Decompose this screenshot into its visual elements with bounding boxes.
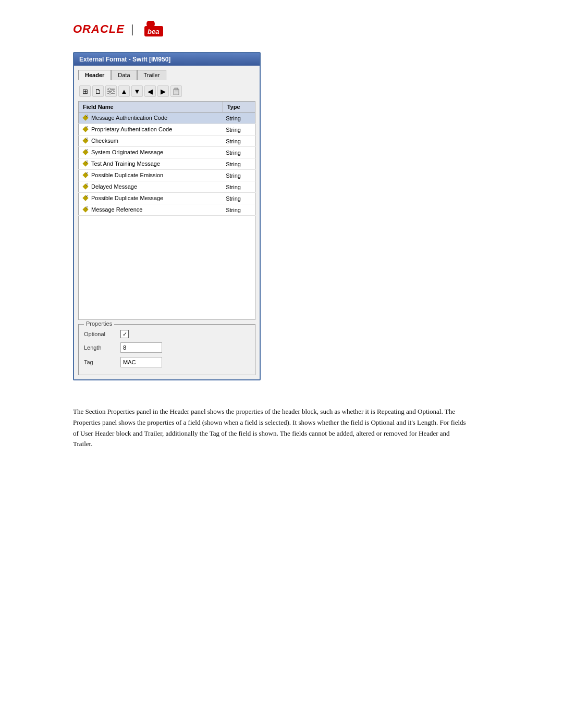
description-text: The Section Properties panel in the Head… <box>73 406 469 450</box>
col-field-name: Field Name <box>79 102 223 113</box>
table-header-row: Field Name Type <box>79 102 255 113</box>
svg-text:2: 2 <box>85 206 88 209</box>
field-type-cell: String <box>223 193 255 204</box>
oracle-logo: ORACLE <box>73 22 125 36</box>
table-row[interactable]: 2 Proprietary Authentication Code String <box>79 124 255 135</box>
field-name-cell: 2 Proprietary Authentication Code <box>79 124 223 135</box>
bea-logo-svg: bea <box>140 21 166 38</box>
logo-area: ORACLE | bea <box>73 21 532 38</box>
table-row[interactable]: 2 Test And Training Message String <box>79 158 255 170</box>
svg-rect-13 <box>175 93 177 93</box>
optional-label: Optional <box>84 331 120 337</box>
tab-bar: Header Data Trailer <box>78 70 255 80</box>
window-title-bar: External Format - Swift [IM950] <box>74 53 260 66</box>
tag-row: Tag <box>84 357 250 367</box>
field-name-cell: 2 Possible Duplicate Emission <box>79 170 223 181</box>
field-diamond-icon: 2 <box>82 160 89 167</box>
field-type-cell: String <box>223 181 255 193</box>
new-doc-button[interactable]: 🗋 <box>92 85 104 97</box>
field-diamond-icon: 2 <box>82 183 89 190</box>
svg-text:2: 2 <box>85 160 88 163</box>
svg-text:2: 2 <box>85 183 88 186</box>
tab-trailer[interactable]: Trailer <box>137 70 167 80</box>
svg-point-8 <box>109 92 111 94</box>
settings-icon <box>107 88 115 95</box>
tab-header[interactable]: Header <box>78 70 111 80</box>
length-row: Length <box>84 342 250 353</box>
clipboard-button[interactable] <box>170 85 182 97</box>
field-name-cell: 2 Message Authentication Code <box>79 113 223 124</box>
table-row[interactable]: 2 Delayed Message String <box>79 181 255 193</box>
field-name-cell: 2 Test And Training Message <box>79 158 223 170</box>
svg-text:2: 2 <box>85 126 88 129</box>
field-diamond-icon: 2 <box>82 194 89 202</box>
table-row[interactable]: 2 Possible Duplicate Emission String <box>79 170 255 181</box>
field-name-cell: 2 Checksum <box>79 135 223 147</box>
description-paragraph: The Section Properties panel in the Head… <box>73 406 469 450</box>
tab-data[interactable]: Data <box>111 70 137 80</box>
up-button[interactable]: ▲ <box>118 85 130 97</box>
field-type-cell: String <box>223 135 255 147</box>
table-row[interactable]: 2 Possible Duplicate Message String <box>79 193 255 204</box>
length-label: Length <box>84 344 120 351</box>
field-type-cell: String <box>223 170 255 181</box>
field-name-cell: 2 Possible Duplicate Message <box>79 193 223 204</box>
properties-panel: Properties Optional ✓ Length Tag <box>78 324 255 375</box>
field-diamond-icon: 2 <box>82 171 89 179</box>
field-diamond-icon: 2 <box>82 206 89 213</box>
field-type-cell: String <box>223 158 255 170</box>
field-table: Field Name Type 2 Message Authentication… <box>78 101 255 216</box>
main-window: External Format - Swift [IM950] Header D… <box>73 52 261 380</box>
table-row[interactable]: 2 Checksum String <box>79 135 255 147</box>
svg-text:2: 2 <box>85 114 88 117</box>
tag-label: Tag <box>84 359 120 365</box>
svg-text:2: 2 <box>85 149 88 152</box>
col-type: Type <box>223 102 255 113</box>
left-button[interactable]: ◀ <box>144 85 156 97</box>
field-diamond-icon: 2 <box>82 126 89 133</box>
svg-text:2: 2 <box>85 194 88 198</box>
field-type-cell: String <box>223 204 255 216</box>
table-row[interactable]: 2 Message Reference String <box>79 204 255 216</box>
table-empty-area <box>78 216 255 320</box>
field-diamond-icon: 2 <box>82 149 89 156</box>
field-type-cell: String <box>223 147 255 158</box>
table-row[interactable]: 2 System Originated Message String <box>79 147 255 158</box>
clipboard-icon <box>173 88 180 95</box>
tag-input[interactable] <box>120 357 162 367</box>
logo-divider: | <box>131 22 134 36</box>
window-title: External Format - Swift [IM950] <box>79 56 170 63</box>
field-type-cell: String <box>223 113 255 124</box>
length-input[interactable] <box>120 342 162 353</box>
field-diamond-icon: 2 <box>82 137 89 144</box>
svg-point-7 <box>112 90 114 92</box>
down-button[interactable]: ▼ <box>131 85 143 97</box>
field-name-cell: 2 Message Reference <box>79 204 223 216</box>
field-name-cell: 2 System Originated Message <box>79 147 223 158</box>
svg-rect-11 <box>175 91 178 91</box>
bea-logo: bea <box>140 21 166 38</box>
right-button[interactable]: ▶ <box>157 85 169 97</box>
svg-point-6 <box>108 88 111 90</box>
optional-checkbox[interactable]: ✓ <box>120 330 129 338</box>
toolbar: ⊞ 🗋 ▲ ▼ ◀ ▶ <box>78 83 255 99</box>
window-content: Header Data Trailer ⊞ 🗋 ▲ ▼ ◀ ▶ <box>74 66 260 379</box>
svg-text:bea: bea <box>148 28 159 35</box>
svg-rect-10 <box>175 88 178 90</box>
svg-text:2: 2 <box>85 137 88 140</box>
field-type-cell: String <box>223 124 255 135</box>
grid-button[interactable]: ⊞ <box>79 85 91 97</box>
settings-button[interactable] <box>105 85 117 97</box>
field-name-cell: 2 Delayed Message <box>79 181 223 193</box>
table-row[interactable]: 2 Message Authentication Code String <box>79 113 255 124</box>
field-diamond-icon: 2 <box>82 114 89 121</box>
svg-rect-12 <box>175 92 178 92</box>
properties-legend: Properties <box>84 320 114 327</box>
svg-text:2: 2 <box>85 171 88 175</box>
optional-row: Optional ✓ <box>84 330 250 338</box>
